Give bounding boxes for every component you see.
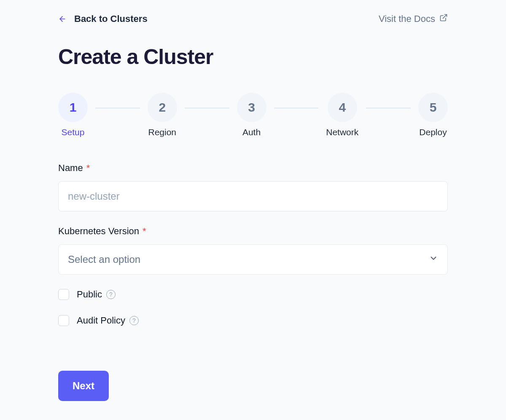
step-divider <box>95 108 140 108</box>
help-icon[interactable]: ? <box>129 316 139 325</box>
step-label: Region <box>148 127 176 137</box>
svg-line-1 <box>443 15 447 19</box>
version-label-text: Kubernetes Version <box>58 226 139 237</box>
name-label: Name * <box>58 163 448 174</box>
kubernetes-version-select[interactable]: Select an option <box>58 244 448 275</box>
step-region[interactable]: 2 Region <box>148 93 177 137</box>
public-checkbox[interactable] <box>58 289 69 300</box>
public-checkbox-label: Public ? <box>77 289 116 300</box>
step-deploy[interactable]: 5 Deploy <box>418 93 448 137</box>
step-number: 1 <box>58 93 88 122</box>
step-auth[interactable]: 3 Auth <box>237 93 266 137</box>
select-placeholder: Select an option <box>68 254 140 265</box>
cluster-name-input[interactable] <box>58 181 448 211</box>
chevron-down-icon <box>429 254 438 265</box>
step-label: Setup <box>62 127 85 137</box>
required-marker: * <box>143 226 146 237</box>
audit-checkbox-label: Audit Policy ? <box>77 315 139 326</box>
step-label: Auth <box>242 127 261 137</box>
visit-docs-link[interactable]: Visit the Docs <box>379 13 448 24</box>
external-link-icon <box>439 13 448 24</box>
step-divider <box>366 108 411 108</box>
public-label-text: Public <box>77 289 102 300</box>
step-setup[interactable]: 1 Setup <box>58 93 88 137</box>
version-field-group: Kubernetes Version * Select an option <box>58 226 448 275</box>
step-number: 2 <box>148 93 177 122</box>
page-title: Create a Cluster <box>58 45 448 69</box>
required-marker: * <box>86 163 90 174</box>
step-number: 3 <box>237 93 266 122</box>
public-checkbox-row: Public ? <box>58 289 448 300</box>
step-number: 5 <box>418 93 448 122</box>
audit-label-text: Audit Policy <box>77 315 125 326</box>
name-field-group: Name * <box>58 163 448 211</box>
audit-policy-checkbox[interactable] <box>58 315 69 326</box>
help-icon[interactable]: ? <box>106 290 116 299</box>
step-network[interactable]: 4 Network <box>326 93 358 137</box>
name-label-text: Name <box>58 163 83 174</box>
back-label: Back to Clusters <box>74 13 148 24</box>
top-bar: Back to Clusters Visit the Docs <box>58 13 448 24</box>
back-to-clusters-link[interactable]: Back to Clusters <box>58 13 148 24</box>
arrow-left-icon <box>58 15 67 23</box>
step-label: Deploy <box>419 127 447 137</box>
step-divider <box>185 108 229 108</box>
version-label: Kubernetes Version * <box>58 226 448 237</box>
next-button[interactable]: Next <box>58 371 109 401</box>
audit-checkbox-row: Audit Policy ? <box>58 315 448 326</box>
stepper: 1 Setup 2 Region 3 Auth 4 Network 5 Depl… <box>58 93 448 137</box>
step-divider <box>274 108 319 108</box>
step-number: 4 <box>328 93 357 122</box>
step-label: Network <box>326 127 358 137</box>
docs-label: Visit the Docs <box>379 13 435 24</box>
